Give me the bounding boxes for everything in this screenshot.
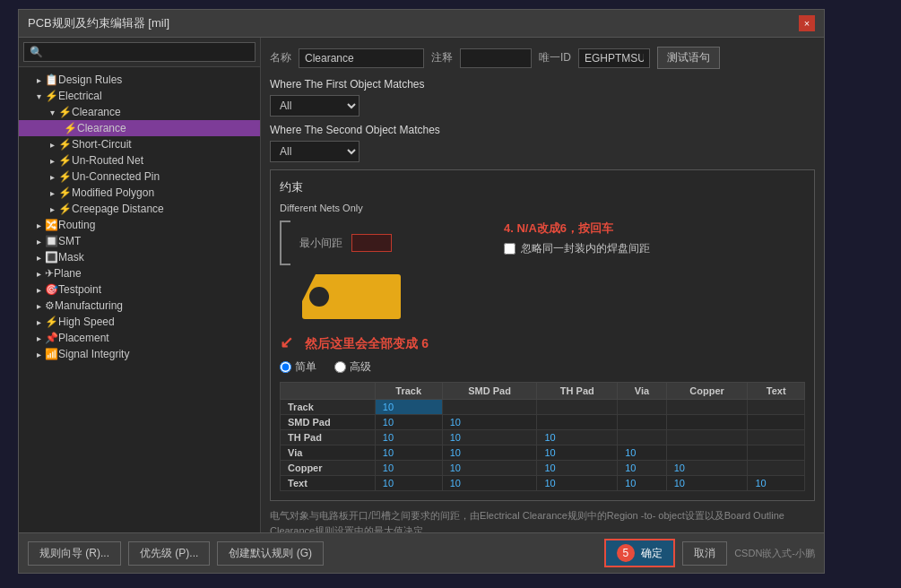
na-input[interactable]: N/A [351,234,392,252]
table-row-text: Text 10 10 10 10 10 10 [281,476,805,491]
main-dialog: PCB规则及约束编辑器 [mil] × ▸ 📋 Design Rules ▾ ⚡… [18,9,825,574]
cell-smd-smd[interactable]: 10 [442,415,537,430]
tree-label-unrouted-net: Un-Routed Net [72,154,143,167]
cell-text-via[interactable]: 10 [618,476,666,491]
cell-copper-copper[interactable]: 10 [666,461,748,476]
tree-item-routing[interactable]: ▸ 🔀 Routing [19,217,260,233]
where-first-select[interactable]: All [270,95,360,117]
tree-item-design-rules[interactable]: ▸ 📋 Design Rules [19,72,260,88]
table-row-copper: Copper 10 10 10 10 10 [281,461,805,476]
table-row-smd: SMD Pad 10 10 [281,415,805,430]
cell-track-track[interactable]: 10 [375,400,442,415]
priority-button[interactable]: 优先级 (P)... [128,541,210,566]
row-label-text: Text [281,476,376,491]
create-default-button[interactable]: 创建默认规则 (G) [217,541,324,566]
confirm-button[interactable]: 5 确定 [604,539,675,567]
cell-via-via[interactable]: 10 [618,445,666,461]
where-second-select[interactable]: All [270,141,360,162]
cell-text-copper[interactable]: 10 [666,476,748,491]
cell-th-copper [666,430,748,445]
main-content: ▸ 📋 Design Rules ▾ ⚡ Electrical ▾ ⚡ Clea… [19,38,824,532]
cell-th-track[interactable]: 10 [375,430,442,445]
search-input[interactable] [23,42,256,62]
advanced-mode-label[interactable]: 高级 [334,359,371,375]
tree-label-manufacturing: Manufacturing [55,299,123,312]
tree-item-short-circuit[interactable]: ▸ ⚡ Short-Circuit [19,136,260,152]
tree-item-electrical[interactable]: ▾ ⚡ Electrical [19,88,260,104]
cell-copper-smd[interactable]: 10 [442,461,537,476]
tree-icon-high-speed: ⚡ [45,316,58,328]
cell-text-track[interactable]: 10 [375,476,442,491]
tree-label-modified-polygon: Modified Polygon [72,186,154,199]
cell-via-th[interactable]: 10 [537,445,618,461]
tree-label-testpoint: Testpoint [58,283,101,296]
cancel-button[interactable]: 取消 [682,541,727,566]
cell-text-text[interactable]: 10 [748,476,805,491]
table-header-track: Track [375,383,442,400]
cell-text-smd[interactable]: 10 [442,476,537,491]
cell-text-th[interactable]: 10 [537,476,618,491]
tree-item-high-speed[interactable]: ▸ ⚡ High Speed [19,314,260,330]
cell-via-smd[interactable]: 10 [442,445,537,461]
tree-item-manufacturing[interactable]: ▸ ⚙ Manufacturing [19,298,260,314]
tree-item-smt[interactable]: ▸ 🔲 SMT [19,233,260,249]
tree-item-plane[interactable]: ▸ ✈ Plane [19,265,260,281]
cell-via-track[interactable]: 10 [375,445,442,461]
test-button[interactable]: 测试语句 [657,47,720,69]
note-input[interactable] [460,48,532,68]
mode-row: 简单 高级 [280,359,805,375]
cell-th-th[interactable]: 10 [537,430,618,445]
row-label-copper: Copper [281,461,376,476]
name-input[interactable] [299,48,424,68]
tree-item-signal-integrity[interactable]: ▸ 📶 Signal Integrity [19,346,260,362]
tree-item-unconnected-pin[interactable]: ▸ ⚡ Un-Connected Pin [19,169,260,185]
tree-label-unconnected-pin: Un-Connected Pin [72,170,160,183]
tree-item-clearance-child[interactable]: ⚡ Clearance [19,120,260,136]
cell-track-copper [666,400,748,415]
tree-label-mask: Mask [58,251,84,264]
table-header-empty [281,383,376,400]
id-input[interactable] [578,48,650,68]
tree-item-modified-polygon[interactable]: ▸ ⚡ Modified Polygon [19,185,260,201]
cell-track-via [618,400,666,415]
tree-item-placement[interactable]: ▸ 📌 Placement [19,330,260,346]
annotation1-text: 4. N/A改成6，按回车 [504,221,613,235]
cell-via-copper [666,445,748,461]
tree-item-testpoint[interactable]: ▸ 🎯 Testpoint [19,281,260,298]
tree-icon-signal: 📶 [45,348,58,360]
cell-smd-track[interactable]: 10 [375,415,442,430]
cell-track-smd [442,400,537,415]
simple-mode-radio[interactable] [280,361,291,373]
ignore-pad-label: 忽略同一封装内的焊盘间距 [521,241,650,256]
cell-th-via [618,430,666,445]
cell-copper-via[interactable]: 10 [618,461,666,476]
rules-wizard-button[interactable]: 规则向导 (R)... [28,541,121,566]
row-label-via: Via [281,445,376,461]
tree-label-high-speed: High Speed [58,316,115,328]
search-bar [19,38,260,67]
close-button[interactable]: × [799,15,815,31]
advanced-mode-radio[interactable] [334,361,346,373]
tree-item-creepage-distance[interactable]: ▸ ⚡ Creepage Distance [19,201,260,217]
tree-icon-creepage: ⚡ [58,203,72,215]
cell-copper-th[interactable]: 10 [537,461,618,476]
cell-th-smd[interactable]: 10 [442,430,537,445]
tree-item-clearance-parent[interactable]: ▾ ⚡ Clearance [19,104,260,120]
arrow-down-icon: ↙ [280,333,293,351]
tree-icon-clearance-parent: ⚡ [58,106,72,118]
ignore-pad-checkbox[interactable] [504,243,515,255]
cell-copper-track[interactable]: 10 [375,461,442,476]
bottom-bar: 规则向导 (R)... 优先级 (P)... 创建默认规则 (G) 5 确定 取… [19,532,824,573]
cell-th-text [748,430,805,445]
tree-item-unrouted-net[interactable]: ▸ ⚡ Un-Routed Net [19,152,260,169]
tree-label-design-rules: Design Rules [58,74,122,86]
tree-icon-routing: 🔀 [45,219,58,231]
tree-icon-smt: 🔲 [45,235,58,247]
tree-area: ▸ 📋 Design Rules ▾ ⚡ Electrical ▾ ⚡ Clea… [19,67,260,532]
tree-item-mask[interactable]: ▸ 🔳 Mask [19,249,260,265]
table-row-via: Via 10 10 10 10 [281,445,805,461]
simple-mode-label[interactable]: 简单 [280,359,316,375]
dialog-title: PCB规则及约束编辑器 [mil] [28,15,169,31]
row-label-th: TH Pad [281,430,376,445]
cell-copper-text [748,461,805,476]
